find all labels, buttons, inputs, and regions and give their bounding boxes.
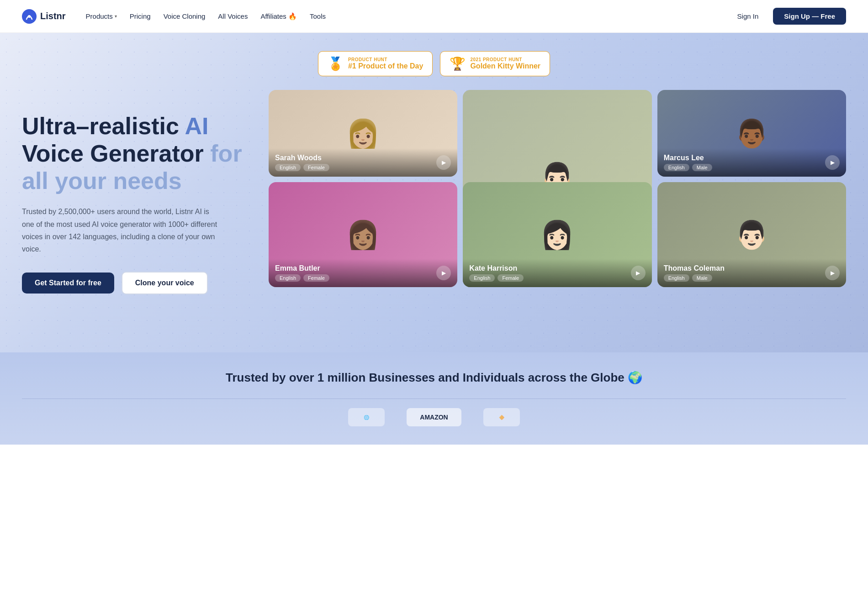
- voice-card-sarah-woods[interactable]: 👩🏼Sarah WoodsEnglishFemale▶: [269, 90, 457, 177]
- voice-tag: English: [664, 164, 689, 171]
- badge-main-label-2: Golden Kitty Winner: [470, 62, 540, 70]
- nav-links: Products▾PricingVoice CloningAll VoicesA…: [80, 9, 730, 24]
- voice-tag: English: [275, 164, 301, 171]
- hero-title-part1: Ultra–realistic AI: [22, 113, 208, 139]
- hero-section: 🏅 PRODUCT HUNT #1 Product of the Day 🏆 2…: [0, 33, 868, 352]
- nav-link-tools[interactable]: Tools: [304, 9, 331, 24]
- voice-tags: EnglishMale: [664, 164, 840, 171]
- play-button[interactable]: ▶: [436, 155, 451, 170]
- voice-tag: Female: [498, 274, 524, 282]
- badge-main-label: #1 Product of the Day: [348, 62, 423, 70]
- voice-tags: EnglishFemale: [275, 164, 451, 171]
- voice-tag: English: [664, 274, 689, 282]
- voice-card-thomas-coleman[interactable]: 👨🏻Thomas ColemanEnglishMale▶: [657, 182, 846, 287]
- hero-title-part3: all your needs: [22, 168, 182, 194]
- nav-link-products[interactable]: Products▾: [80, 9, 122, 24]
- badges-row: 🏅 PRODUCT HUNT #1 Product of the Day 🏆 2…: [22, 51, 846, 76]
- navbar: Listnr Products▾PricingVoice CloningAll …: [0, 0, 868, 33]
- get-started-button[interactable]: Get Started for free: [22, 273, 114, 294]
- voice-card-kate-harrison[interactable]: 👩🏻Kate HarrisonEnglishFemale▶: [463, 182, 651, 287]
- clone-voice-button[interactable]: Clone your voice: [122, 272, 208, 294]
- voice-card-overlay: Kate HarrisonEnglishFemale▶: [463, 259, 651, 287]
- hero-content: Ultra–realistic AI Voice Generator for a…: [22, 94, 846, 294]
- hero-title: Ultra–realistic AI Voice Generator for a…: [22, 113, 250, 194]
- voice-grid: 👩🏼Sarah WoodsEnglishFemale▶👨🏻Nick KlausE…: [269, 90, 846, 287]
- voice-tags: EnglishFemale: [469, 274, 645, 282]
- voice-name: Kate Harrison: [469, 264, 645, 273]
- badge-medal-icon: 🏅: [328, 56, 344, 71]
- voice-card-marcus-lee[interactable]: 👨🏾Marcus LeeEnglishMale▶: [657, 90, 846, 177]
- voice-card-overlay: Marcus LeeEnglishMale▶: [657, 148, 846, 177]
- logo-icon: [22, 9, 37, 24]
- logo-item: AMAZON: [407, 408, 461, 426]
- trusted-title: Trusted by over 1 million Businesses and…: [22, 371, 846, 385]
- badge-product-hunt: 🏅 PRODUCT HUNT #1 Product of the Day: [318, 51, 433, 76]
- badge-product-hunt-text: PRODUCT HUNT #1 Product of the Day: [348, 57, 423, 70]
- chevron-down-icon: ▾: [115, 14, 117, 19]
- badge-top-label: PRODUCT HUNT: [348, 57, 423, 62]
- nav-link-affiliates-🔥[interactable]: Affiliates 🔥: [255, 9, 302, 24]
- badge-top-label-2: 2021 PRODUCT HUNT: [470, 57, 540, 62]
- play-button[interactable]: ▶: [631, 266, 646, 280]
- hero-description: Trusted by 2,500,000+ users around the w…: [22, 205, 223, 255]
- voice-tag: Male: [692, 274, 712, 282]
- play-button[interactable]: ▶: [825, 155, 840, 170]
- voice-card-overlay: Emma ButlerEnglishFemale▶: [269, 259, 457, 287]
- sign-up-button[interactable]: Sign Up — Free: [773, 8, 846, 25]
- hero-buttons: Get Started for free Clone your voice: [22, 272, 250, 294]
- voice-tag: Male: [692, 164, 712, 171]
- nav-actions: Sign In Sign Up — Free: [730, 8, 846, 25]
- sign-in-button[interactable]: Sign In: [730, 9, 766, 24]
- badge-golden-kitty: 🏆 2021 PRODUCT HUNT Golden Kitty Winner: [440, 51, 550, 76]
- logo-item: 🌐: [348, 408, 385, 426]
- hero-left: Ultra–realistic AI Voice Generator for a…: [22, 94, 250, 294]
- svg-point-1: [28, 15, 31, 18]
- logo-item: 🔶: [483, 408, 520, 426]
- logos-row: 🌐 AMAZON 🔶: [22, 408, 846, 435]
- badge-trophy-icon: 🏆: [450, 56, 466, 71]
- nav-link-voice-cloning[interactable]: Voice Cloning: [158, 9, 211, 24]
- play-button[interactable]: ▶: [825, 266, 840, 280]
- trusted-section: Trusted by over 1 million Businesses and…: [0, 352, 868, 445]
- voice-name: Marcus Lee: [664, 154, 840, 162]
- nav-link-pricing[interactable]: Pricing: [124, 9, 156, 24]
- voice-tags: EnglishMale: [664, 274, 840, 282]
- voice-name: Emma Butler: [275, 264, 451, 273]
- voice-tag: Female: [303, 274, 329, 282]
- play-button[interactable]: ▶: [436, 266, 451, 280]
- voice-tags: EnglishFemale: [275, 274, 451, 282]
- nav-link-all-voices[interactable]: All Voices: [212, 9, 253, 24]
- voice-card-emma-butler[interactable]: 👩🏽Emma ButlerEnglishFemale▶: [269, 182, 457, 287]
- voice-tag: English: [469, 274, 495, 282]
- voice-name: Thomas Coleman: [664, 264, 840, 273]
- voice-tag: English: [275, 274, 301, 282]
- voice-tag: Female: [303, 164, 329, 171]
- divider: [22, 399, 846, 399]
- voice-name: Sarah Woods: [275, 154, 451, 162]
- logo[interactable]: Listnr: [22, 9, 66, 24]
- hero-title-part2: Voice Generator for: [22, 140, 242, 167]
- voice-card-overlay: Sarah WoodsEnglishFemale▶: [269, 148, 457, 177]
- logo-text: Listnr: [40, 11, 66, 21]
- badge-golden-kitty-text: 2021 PRODUCT HUNT Golden Kitty Winner: [470, 57, 540, 70]
- voice-card-overlay: Thomas ColemanEnglishMale▶: [657, 259, 846, 287]
